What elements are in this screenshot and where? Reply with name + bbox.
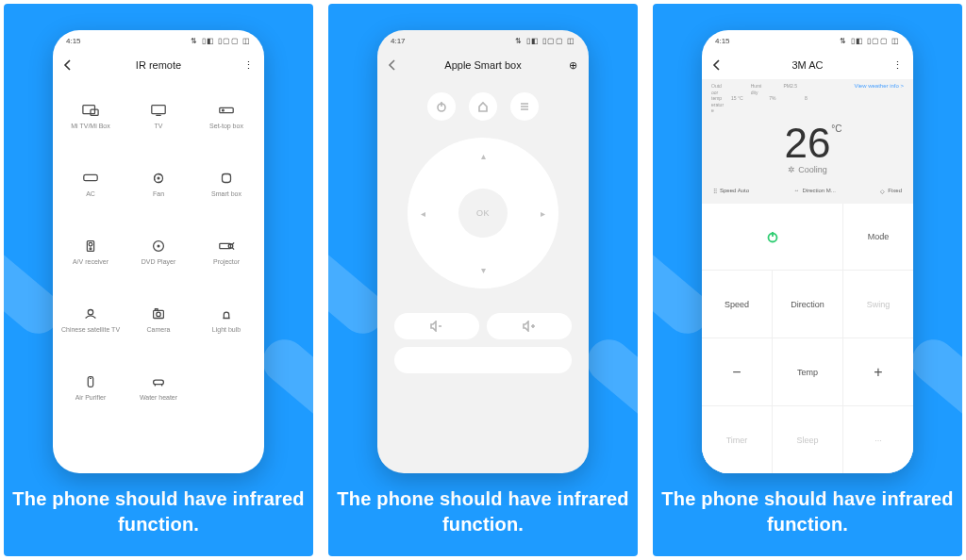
device-label: AC (86, 190, 95, 198)
ok-button[interactable]: OK (458, 189, 508, 238)
humidity-label: Humi dity (751, 83, 762, 95)
status-bar: 4:15 ⇅ ▯◧ ▯▢▢ ◫ (702, 30, 913, 51)
swing-button[interactable]: Swing (843, 271, 913, 338)
device-item[interactable]: Chinese satellite TV (57, 287, 125, 354)
speed-button[interactable]: Speed (702, 271, 772, 338)
mode-button[interactable]: Mode (843, 204, 913, 271)
status-indicators: ⇅ ▯◧ ▯▢▢ ◫ (840, 37, 900, 45)
timer-button[interactable]: Timer (702, 406, 772, 473)
device-label: Set-top box (209, 123, 243, 130)
svg-point-9 (158, 177, 159, 179)
speed-indicator: ⠿ Speed Auto (713, 188, 749, 194)
outdoor-temp-label: Outd oor temp eratur e (711, 83, 724, 114)
device-label: Camera (147, 326, 171, 334)
screenshot-panel-2: 4:17 ⇅ ▯◧ ▯▢▢ ◫ Apple Smart box ⊕ ▴ ▾ ◂ … (328, 4, 638, 556)
device-icon (150, 104, 167, 117)
view-weather-link[interactable]: View weather info > (855, 83, 904, 89)
device-item[interactable]: Light bulb (192, 287, 260, 354)
menu-button[interactable] (510, 92, 539, 121)
device-label: Water heater (140, 394, 177, 402)
status-indicators: ⇅ ▯◧ ▯▢▢ ◫ (191, 37, 251, 45)
temperature-value: 26°C (785, 120, 831, 167)
home-icon (477, 101, 489, 112)
device-item[interactable]: Set-top box (192, 83, 260, 151)
device-item[interactable]: Projector (192, 219, 260, 287)
dpad-up[interactable]: ▴ (481, 151, 486, 161)
sleep-button[interactable]: Sleep (773, 406, 842, 473)
app-bar: Apple Smart box ⊕ (377, 51, 589, 79)
volume-row (377, 313, 589, 347)
device-icon (82, 172, 99, 185)
status-indicators: ⇅ ▯◧ ▯▢▢ ◫ (515, 37, 575, 45)
device-icon (82, 104, 99, 117)
device-item[interactable]: Fan (125, 151, 192, 219)
degree-unit: °C (831, 124, 841, 134)
volume-up-button[interactable] (487, 313, 572, 339)
device-item[interactable]: Camera (125, 287, 192, 354)
device-icon (218, 239, 235, 253)
direction-button[interactable]: Direction (773, 271, 842, 338)
status-time: 4:15 (715, 37, 730, 45)
volume-up-icon (523, 321, 536, 332)
ac-button-grid: Mode Speed Direction Swing − Temp + Time… (702, 204, 913, 474)
svg-rect-10 (223, 174, 231, 183)
dpad-right[interactable]: ▸ (541, 208, 545, 219)
device-icon (218, 104, 235, 117)
svg-point-20 (157, 312, 161, 317)
device-item[interactable]: Smart box (192, 151, 260, 219)
status-time: 4:15 (66, 37, 81, 45)
screenshot-panel-1: 4:15 ⇅ ▯◧ ▯▢▢ ◫ IR remote ⋮ Mi TV/Mi Box… (4, 4, 313, 556)
device-label: Light bulb (212, 326, 241, 334)
outdoor-temp-value: 15 °C (731, 95, 743, 102)
svg-rect-25 (154, 380, 164, 385)
device-item[interactable]: DVD Player (125, 219, 192, 287)
device-item[interactable]: TV (125, 83, 192, 151)
device-icon (150, 172, 167, 185)
svg-point-5 (223, 109, 225, 111)
device-item[interactable]: Mi TV/Mi Box (57, 83, 125, 151)
device-icon (218, 307, 235, 321)
device-label: Smart box (211, 190, 242, 198)
status-bar: 4:17 ⇅ ▯◧ ▯▢▢ ◫ (377, 30, 589, 51)
panel-caption: The phone should have infrared function. (4, 486, 313, 537)
power-icon (436, 101, 447, 112)
device-item[interactable]: Air Purifier (57, 354, 125, 422)
device-item[interactable]: A/V receiver (57, 219, 125, 287)
home-button[interactable] (469, 92, 497, 121)
device-label: Mi TV/Mi Box (71, 123, 110, 130)
power-button[interactable] (427, 92, 456, 121)
more-functions-button[interactable]: ··· (843, 406, 913, 473)
dpad-down[interactable]: ▾ (481, 265, 486, 275)
device-item[interactable]: Water heater (125, 354, 192, 422)
device-label: DVD Player (142, 258, 176, 266)
pm25-label: PM2.5 (784, 83, 797, 90)
phone-frame: 4:15 ⇅ ▯◧ ▯▢▢ ◫ 3M AC ⋮ Outd oor temp er… (702, 30, 913, 473)
power-button[interactable] (702, 204, 842, 271)
more-button[interactable]: ⋮ (242, 59, 255, 72)
device-icon (150, 375, 167, 388)
weather-info-row: Outd oor temp eratur e 15 °C Humi dity 7… (711, 83, 904, 114)
expand-button[interactable]: ⊕ (566, 59, 579, 72)
temp-label: Temp (773, 338, 842, 405)
temp-up-button[interactable]: + (843, 338, 913, 405)
menu-icon (519, 101, 530, 112)
phone-frame: 4:17 ⇅ ▯◧ ▯▢▢ ◫ Apple Smart box ⊕ ▴ ▾ ◂ … (377, 30, 589, 473)
phone-frame: 4:15 ⇅ ▯◧ ▯▢▢ ◫ IR remote ⋮ Mi TV/Mi Box… (53, 30, 264, 473)
dpad-left[interactable]: ◂ (421, 208, 425, 219)
svg-point-15 (158, 245, 159, 247)
svg-point-12 (89, 243, 92, 247)
volume-down-button[interactable] (394, 313, 479, 339)
device-item[interactable]: AC (57, 151, 125, 219)
more-button[interactable]: ⋮ (891, 59, 904, 72)
dpad: ▴ ▾ ◂ ▸ OK (408, 138, 558, 288)
swing-indicator: ◇ Fixed (880, 188, 902, 194)
svg-point-13 (90, 248, 92, 250)
device-icon (82, 307, 99, 321)
device-label: Fan (153, 190, 164, 198)
temp-down-button[interactable]: − (702, 338, 772, 405)
device-label: Air Purifier (75, 394, 107, 402)
device-icon (150, 307, 167, 321)
ac-settings-strip: ⠿ Speed Auto ↔ Direction M... ◇ Fixed (711, 176, 904, 194)
extra-button[interactable] (394, 347, 572, 373)
volume-down-icon (430, 321, 443, 332)
